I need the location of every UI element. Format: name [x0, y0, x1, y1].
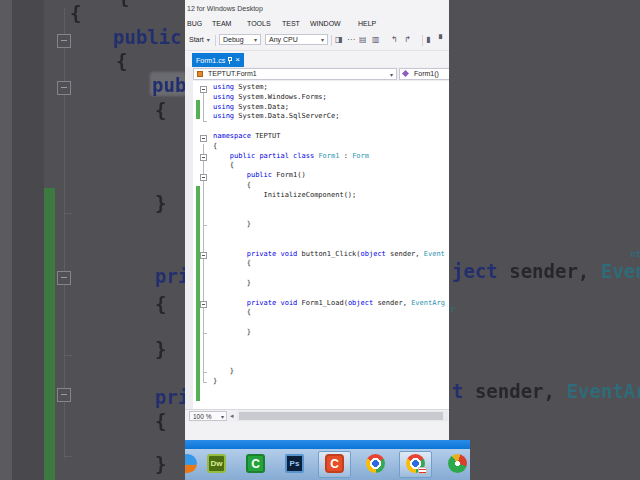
- bg-code-fragment: {: [70, 2, 81, 24]
- toolbar-separator: [331, 35, 332, 46]
- bg-guide-tick: [64, 355, 72, 356]
- code-line: [213, 201, 445, 211]
- bg-code-fragment: {: [118, 0, 129, 8]
- tab-form1cs[interactable]: Form1.cs ×: [192, 53, 244, 67]
- bg-code-fragment: {: [155, 293, 166, 315]
- fold-toggle-icon[interactable]: [200, 301, 207, 308]
- close-icon[interactable]: ×: [235, 56, 240, 64]
- navigate-backward-icon[interactable]: ◨: [335, 35, 343, 44]
- code-line: [213, 348, 445, 358]
- type-name: TEPTUT.Form1: [208, 70, 257, 77]
- code-line: [213, 289, 445, 299]
- chevron-down-icon: ▾: [390, 71, 393, 78]
- menu-item-test[interactable]: TEST: [282, 20, 300, 27]
- bg-fold-toggle-icon: [57, 81, 71, 95]
- solution-config-dropdown[interactable]: Debug▾: [219, 34, 261, 45]
- taskbar-dreamweaver-icon[interactable]: Dw: [207, 454, 226, 473]
- taskbar-chrome-icon[interactable]: [366, 454, 385, 473]
- zoom-dropdown[interactable]: ▾ 100 %: [189, 411, 227, 421]
- code-line: [213, 122, 445, 132]
- visual-studio-window: 12 for Windows Desktop BUGTEAMTOOLSTESTW…: [185, 0, 449, 440]
- new-project-icon[interactable]: ▤: [359, 35, 367, 44]
- fold-toggle-icon[interactable]: [200, 174, 207, 181]
- code-line: [213, 230, 445, 240]
- mail-badge-icon: [418, 467, 427, 474]
- tab-label: Form1.cs: [196, 57, 225, 64]
- scroll-left-arrow[interactable]: ◂: [230, 412, 234, 420]
- code-line: }: [213, 220, 445, 230]
- outline-guide-tick: [203, 121, 207, 122]
- redo-icon[interactable]: ↱: [404, 35, 411, 44]
- platform-label: Any CPU: [269, 36, 298, 43]
- toolbar: Start▾ Debug▾ Any CPU▾ ◨⋯▤▥↰↱▮▘: [185, 32, 449, 51]
- code-editor[interactable]: using System;using System.Windows.Forms;…: [185, 81, 449, 409]
- code-line: private void Form1_Load(object sender, E…: [213, 299, 445, 309]
- more-options-icon[interactable]: ⋯: [347, 35, 355, 44]
- fold-toggle-icon[interactable]: [200, 154, 207, 161]
- menu-item-bug[interactable]: BUG: [187, 20, 202, 27]
- scrollbar-thumb[interactable]: [239, 412, 443, 420]
- fold-toggle-icon[interactable]: [200, 135, 207, 142]
- outline-guide: [203, 93, 204, 121]
- toolbar-separator: [215, 35, 216, 46]
- class-icon: [197, 71, 203, 77]
- code-line: using System.Windows.Forms;: [213, 93, 445, 103]
- taskbar-partial-app-icon[interactable]: [185, 454, 197, 473]
- fold-toggle-icon[interactable]: [200, 86, 207, 93]
- code-line: }: [213, 367, 445, 377]
- pin-icon[interactable]: [228, 57, 232, 64]
- type-dropdown[interactable]: TEPTUT.Form1 ▾: [193, 68, 397, 80]
- bg-code-fragment: {: [155, 410, 166, 432]
- taskbar-camtasia-studio-icon[interactable]: C: [246, 454, 265, 473]
- code-line: [213, 387, 445, 397]
- partial-toolbar-icon[interactable]: ▘: [439, 35, 445, 44]
- config-label: Debug: [223, 36, 244, 43]
- taskbar-icons-row: DwCPsC: [185, 449, 470, 480]
- outline-guide-tick: [203, 333, 207, 334]
- bg-change-bar: [44, 188, 55, 480]
- taskbar-partial-media-app-icon[interactable]: [448, 454, 467, 473]
- start-label: Start: [189, 36, 204, 43]
- status-area: [185, 422, 449, 440]
- zoom-level: 100 %: [193, 413, 211, 420]
- code-line: }: [213, 328, 445, 338]
- menu-bar: BUGTEAMTOOLSTESTWINDOWHELP: [185, 18, 449, 32]
- code-line: using System;: [213, 83, 445, 93]
- toolbar-separator: [422, 35, 423, 46]
- taskbar-photoshop-icon[interactable]: Ps: [285, 454, 304, 473]
- chevron-down-icon: ▾: [254, 36, 257, 43]
- bg-fold-toggle-icon: [57, 34, 71, 48]
- code-line: {: [213, 181, 445, 191]
- code-line: {: [213, 259, 445, 269]
- menu-item-team[interactable]: TEAM: [212, 20, 231, 27]
- code-line: namespace TEPTUT: [213, 132, 445, 142]
- code-line: public partial class Form1 : Form: [213, 152, 445, 162]
- bg-code-fragment: }: [155, 338, 166, 360]
- bookmark-icon[interactable]: ▮: [426, 35, 430, 44]
- undo-icon[interactable]: ↰: [391, 35, 398, 44]
- open-file-icon[interactable]: ▥: [372, 35, 380, 44]
- outline-guide-tick: [203, 382, 207, 383]
- code-line: [213, 397, 445, 407]
- code-line: [213, 240, 445, 250]
- bg-code-fragment: }: [155, 192, 166, 214]
- platform-dropdown[interactable]: Any CPU▾: [265, 34, 328, 45]
- bg-code-fragment: r: [450, 298, 455, 320]
- code-line: InitializeComponent();: [213, 191, 445, 201]
- member-name: Form1(): [414, 70, 439, 77]
- taskbar-camtasia-recorder-icon[interactable]: C: [325, 454, 344, 473]
- bg-fold-toggle-icon: [57, 388, 71, 402]
- bg-gutter-band: [12, 0, 44, 480]
- menu-item-help[interactable]: HELP: [358, 20, 376, 27]
- method-icon: [402, 70, 409, 77]
- taskbar-chrome-mail-icon[interactable]: [406, 454, 425, 473]
- menu-item-window[interactable]: WINDOW: [310, 20, 341, 27]
- bg-guide-tick: [64, 213, 72, 214]
- start-debug-button[interactable]: Start▾: [189, 36, 210, 43]
- menu-item-tools[interactable]: TOOLS: [247, 20, 271, 27]
- bg-guide-tick: [64, 456, 72, 457]
- fold-toggle-icon[interactable]: [200, 252, 207, 259]
- code-line: {: [213, 308, 445, 318]
- horizontal-scrollbar[interactable]: [237, 411, 448, 421]
- member-dropdown[interactable]: Form1(): [399, 68, 449, 80]
